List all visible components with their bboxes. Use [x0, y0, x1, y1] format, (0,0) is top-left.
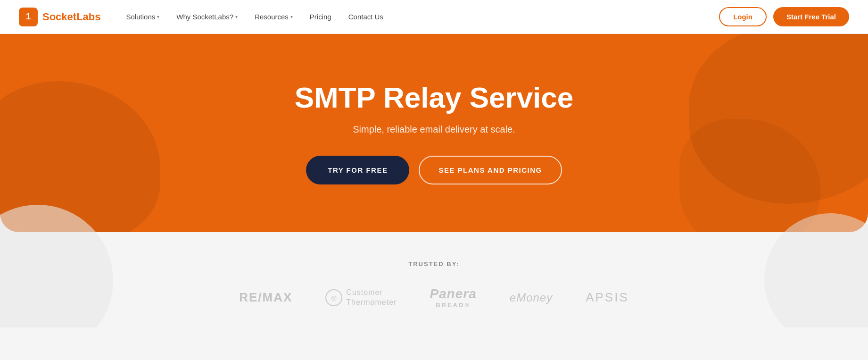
login-button[interactable]: Login — [719, 7, 767, 26]
nav-links: Solutions ▾ Why SocketLabs? ▾ Resources … — [120, 9, 390, 25]
trusted-label: TRUSTED BY: — [19, 260, 849, 268]
divider-left — [306, 264, 401, 264]
start-free-trial-button[interactable]: Start Free Trial — [773, 7, 849, 26]
nav-contact[interactable]: Contact Us — [342, 9, 390, 25]
hero-title: SMTP Relay Service — [295, 82, 574, 114]
panera-main-text: Panera — [430, 286, 476, 301]
apsis-logo: APSIS — [586, 290, 629, 305]
logo-text: SocketLabs — [42, 11, 101, 23]
hero-subtitle: Simple, reliable email delivery at scale… — [295, 124, 574, 135]
emoney-prefix: eMoney — [510, 291, 553, 304]
divider-right — [467, 264, 562, 264]
chevron-down-icon: ▾ — [235, 14, 238, 19]
nav-solutions[interactable]: Solutions ▾ — [120, 9, 166, 25]
chevron-down-icon: ▾ — [290, 14, 293, 19]
trusted-by-section: TRUSTED BY: RE/MAX ◎ Customer Thermomete… — [0, 232, 868, 327]
navbar-right: Login Start Free Trial — [719, 7, 849, 26]
trusted-by-text: TRUSTED BY: — [408, 260, 459, 268]
navbar: 1 SocketLabs Solutions ▾ Why SocketLabs?… — [0, 0, 868, 34]
customer-thermometer-line2: Thermometer — [346, 298, 397, 308]
panera-bread-logo: Panera BREAD® — [430, 286, 476, 309]
customer-thermometer-logo: ◎ Customer Thermometer — [325, 288, 397, 308]
see-plans-pricing-button[interactable]: SEE PLANS AND PRICING — [419, 156, 562, 184]
chevron-down-icon: ▾ — [157, 14, 159, 19]
try-for-free-button[interactable]: TRY FOR FREE — [306, 156, 409, 184]
logo-icon: 1 — [19, 8, 38, 26]
panera-sub-text: BREAD® — [436, 301, 471, 309]
remax-logo: RE/MAX — [239, 290, 292, 305]
nav-resources[interactable]: Resources ▾ — [248, 9, 299, 25]
hero-section: SMTP Relay Service Simple, reliable emai… — [0, 34, 868, 232]
hero-content: SMTP Relay Service Simple, reliable emai… — [285, 53, 583, 213]
emoney-logo: eMoney — [510, 291, 553, 304]
customer-thermometer-line1: Customer — [346, 288, 397, 298]
navbar-left: 1 SocketLabs Solutions ▾ Why SocketLabs?… — [19, 8, 390, 26]
nav-pricing[interactable]: Pricing — [303, 9, 338, 25]
customer-thermometer-icon: ◎ — [325, 289, 342, 306]
hero-buttons: TRY FOR FREE SEE PLANS AND PRICING — [295, 156, 574, 184]
trusted-logos-row: RE/MAX ◎ Customer Thermometer Panera BRE… — [19, 286, 849, 309]
logo[interactable]: 1 SocketLabs — [19, 8, 101, 26]
nav-why-socketlabs[interactable]: Why SocketLabs? ▾ — [170, 9, 244, 25]
